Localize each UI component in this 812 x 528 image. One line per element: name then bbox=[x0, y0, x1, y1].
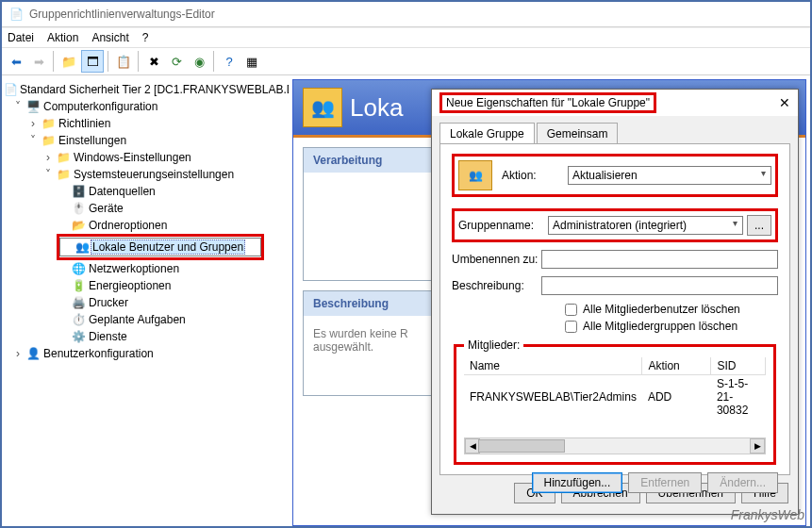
services-icon: ⚙️ bbox=[70, 330, 87, 343]
nav-tree[interactable]: 📄Standard Sicherheit Tier 2 [DC1.FRANKYS… bbox=[2, 75, 289, 528]
folderopts-icon: 📂 bbox=[70, 219, 87, 232]
tree-computerconfig[interactable]: Computerkonfiguration bbox=[41, 100, 159, 113]
nav-fwd-icon: ➡ bbox=[28, 51, 49, 72]
folder-icon: 📁 bbox=[40, 134, 57, 147]
col-sid[interactable]: SID bbox=[711, 357, 766, 375]
label-beschreibung: Beschreibung: bbox=[452, 279, 541, 292]
power-icon: 🔋 bbox=[70, 279, 87, 292]
network-icon: 🌐 bbox=[70, 262, 87, 275]
delete-icon[interactable]: ✖ bbox=[143, 51, 164, 72]
cell-name: FRANKYSWEBLAB\Tier2Admins bbox=[464, 375, 642, 420]
cell-sid: S-1-5-21-30832 bbox=[711, 375, 766, 420]
user-icon: 👤 bbox=[25, 347, 41, 360]
add-button[interactable]: Hinzufügen... bbox=[532, 472, 623, 493]
menu-view[interactable]: Ansicht bbox=[91, 31, 128, 44]
users-groups-icon: 👥 bbox=[303, 88, 342, 127]
tab-lokale-gruppe[interactable]: Lokale Gruppe bbox=[439, 123, 535, 144]
expand-icon[interactable]: › bbox=[41, 151, 55, 164]
tasks-icon: ⏱️ bbox=[70, 313, 87, 326]
expand-icon[interactable]: › bbox=[26, 117, 40, 130]
remove-button[interactable]: Entfernen bbox=[628, 472, 702, 493]
tree-system[interactable]: Systemsteuerungseinstellungen bbox=[72, 168, 236, 181]
collapse-icon[interactable]: ˅ bbox=[26, 134, 40, 147]
stop-icon[interactable]: ◉ bbox=[189, 51, 209, 72]
label-aktion: Aktion: bbox=[502, 169, 568, 182]
toolbar: ⬅ ➡ 📁 🗖 📋 ✖ ⟳ ◉ ? ▦ bbox=[2, 47, 810, 75]
browse-button[interactable]: ... bbox=[747, 215, 771, 236]
app-icon: 📄 bbox=[9, 8, 24, 21]
table-row[interactable]: FRANKYSWEBLAB\Tier2Admins ADD S-1-5-21-3… bbox=[464, 375, 766, 420]
nav-back-icon[interactable]: ⬅ bbox=[6, 51, 26, 72]
tree-drucker[interactable]: Drucker bbox=[87, 296, 130, 309]
scroll-thumb[interactable] bbox=[478, 439, 565, 453]
properties-dialog: Neue Eigenschaften für "Lokale Gruppe" ✕… bbox=[431, 89, 799, 515]
up-icon[interactable]: 📁 bbox=[58, 51, 79, 72]
tree-windows[interactable]: Windows-Einstellungen bbox=[72, 151, 193, 164]
folder-icon: 📁 bbox=[55, 151, 72, 164]
h-scrollbar[interactable]: ◀ ▶ bbox=[464, 437, 766, 454]
folder-icon: 📁 bbox=[40, 117, 57, 130]
close-icon[interactable]: ✕ bbox=[779, 95, 790, 110]
window-titlebar: 📄 Gruppenrichtlinienverwaltungs-Editor bbox=[2, 2, 810, 27]
collapse-icon[interactable]: ˅ bbox=[11, 100, 25, 113]
tree-datenquellen[interactable]: Datenquellen bbox=[87, 185, 157, 198]
mitglieder-legend: Mitglieder: bbox=[464, 338, 523, 352]
devices-icon: 🖱️ bbox=[70, 202, 87, 215]
tree-root[interactable]: Standard Sicherheit Tier 2 [DC1.FRANKYSW… bbox=[18, 83, 289, 96]
cell-aktion: ADD bbox=[642, 375, 711, 420]
tree-lokale[interactable]: Lokale Benutzer und Gruppen bbox=[91, 239, 245, 255]
datasources-icon: 🗄️ bbox=[70, 185, 87, 198]
umbenennen-input[interactable] bbox=[541, 250, 778, 269]
printers-icon: 🖨️ bbox=[70, 296, 87, 309]
toolbar-sep bbox=[108, 51, 109, 72]
copy-icon[interactable]: 📋 bbox=[113, 51, 134, 72]
tree-geraete[interactable]: Geräte bbox=[87, 202, 125, 215]
change-button[interactable]: Ändern... bbox=[707, 472, 778, 493]
aktion-select[interactable]: Aktualisieren bbox=[568, 166, 771, 185]
menu-file[interactable]: Datei bbox=[8, 31, 34, 44]
scroll-right-icon[interactable]: ▶ bbox=[750, 438, 765, 454]
dialog-title: Neue Eigenschaften für "Lokale Gruppe" bbox=[439, 92, 656, 113]
toolbar-sep bbox=[138, 51, 140, 72]
policy-icon: 📄 bbox=[4, 83, 18, 96]
mitglieder-table[interactable]: Name Aktion SID FRANKYSWEBLAB\Tier2Admin… bbox=[464, 357, 766, 419]
tree-geplant[interactable]: Geplante Aufgaben bbox=[87, 313, 188, 326]
menu-action[interactable]: Aktion bbox=[47, 31, 78, 44]
tree-energie[interactable]: Energieoptionen bbox=[87, 279, 173, 292]
watermark: FrankysWeb bbox=[731, 507, 804, 522]
show-icon[interactable]: 🗖 bbox=[81, 50, 104, 73]
tree-richtlinien[interactable]: Richtlinien bbox=[57, 117, 112, 130]
menu-help[interactable]: ? bbox=[142, 31, 149, 44]
users-groups-icon: 👥 bbox=[74, 240, 91, 254]
label-umbenennen: Umbenennen zu: bbox=[452, 253, 541, 266]
tree-einstellungen[interactable]: Einstellungen bbox=[57, 134, 128, 147]
beschreibung-input[interactable] bbox=[541, 276, 778, 295]
collapse-icon[interactable]: ˅ bbox=[41, 168, 55, 181]
help-icon[interactable]: ? bbox=[219, 51, 240, 72]
label-gruppenname: Gruppenname: bbox=[458, 219, 548, 232]
app-title: Gruppenrichtlinienverwaltungs-Editor bbox=[29, 8, 215, 21]
expand-icon[interactable]: › bbox=[11, 347, 25, 360]
tree-ordner[interactable]: Ordneroptionen bbox=[87, 219, 169, 232]
gruppenname-select[interactable]: Administratoren (integriert) bbox=[548, 216, 743, 235]
toolbar-sep bbox=[53, 51, 55, 72]
dialog-tabs: Lokale Gruppe Gemeinsam bbox=[432, 116, 798, 143]
folder-icon: 📁 bbox=[55, 168, 72, 181]
pane-header-title: Loka bbox=[350, 93, 403, 123]
users-groups-icon: 👥 bbox=[458, 160, 492, 190]
tree-netz[interactable]: Netzwerkoptionen bbox=[87, 262, 181, 275]
check-benutzer-loeschen[interactable] bbox=[565, 304, 577, 316]
tree-dienste[interactable]: Dienste bbox=[87, 330, 129, 343]
mitglieder-fieldset: Mitglieder: Name Aktion SID FRANKYSWEBLA… bbox=[454, 338, 776, 465]
col-aktion[interactable]: Aktion bbox=[642, 357, 711, 375]
check-gruppen-loeschen[interactable] bbox=[565, 321, 577, 333]
computer-icon: 🖥️ bbox=[25, 100, 41, 113]
refresh-icon[interactable]: ⟳ bbox=[166, 51, 187, 72]
tab-gemeinsam[interactable]: Gemeinsam bbox=[537, 123, 619, 144]
check-benutzer-label: Alle Mitgliederbenutzer löschen bbox=[583, 303, 740, 316]
options-icon[interactable]: ▦ bbox=[241, 51, 262, 72]
menu-bar: Datei Aktion Ansicht ? bbox=[2, 27, 810, 47]
check-gruppen-label: Alle Mitgliedergruppen löschen bbox=[583, 320, 737, 333]
col-name[interactable]: Name bbox=[464, 357, 642, 375]
tree-userconfig[interactable]: Benutzerkonfiguration bbox=[41, 347, 156, 360]
